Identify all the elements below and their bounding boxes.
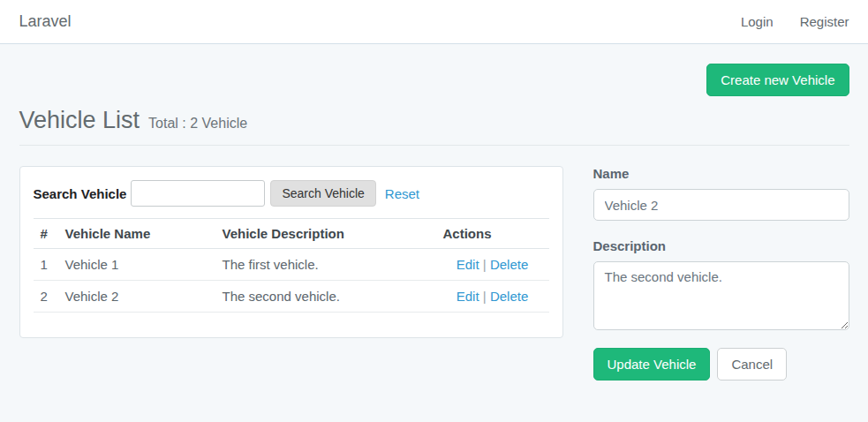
page-heading: Vehicle List Total : 2 Vehicle bbox=[19, 107, 849, 134]
total-count-text: Total : 2 Vehicle bbox=[148, 116, 247, 132]
action-separator: | bbox=[483, 289, 487, 304]
nav-links: Login Register bbox=[741, 14, 849, 29]
update-vehicle-button[interactable]: Update Vehicle bbox=[593, 348, 711, 381]
search-form: Search Vehicle Search Vehicle Reset bbox=[34, 180, 549, 207]
delete-link[interactable]: Delete bbox=[490, 289, 528, 304]
row-number: 1 bbox=[34, 249, 58, 281]
header-number: # bbox=[34, 219, 58, 249]
create-vehicle-button[interactable]: Create new Vehicle bbox=[706, 64, 849, 96]
search-label: Search Vehicle bbox=[34, 186, 127, 201]
nav-login-link[interactable]: Login bbox=[741, 14, 774, 29]
form-buttons: Update Vehicle Cancel bbox=[593, 348, 849, 381]
description-label: Description bbox=[593, 238, 849, 253]
delete-link[interactable]: Delete bbox=[490, 257, 528, 272]
edit-link[interactable]: Edit bbox=[457, 257, 479, 272]
vehicle-name-cell: Vehicle 1 bbox=[58, 249, 215, 281]
nav-register-link[interactable]: Register bbox=[800, 14, 849, 29]
vehicle-edit-form: Name Description The second vehicle. Upd… bbox=[593, 166, 849, 381]
reset-link[interactable]: Reset bbox=[385, 186, 419, 201]
create-button-row: Create new Vehicle bbox=[19, 64, 849, 96]
name-field[interactable] bbox=[593, 189, 849, 221]
header-actions: Actions bbox=[436, 219, 549, 249]
heading-divider bbox=[19, 145, 849, 146]
vehicle-table: # Vehicle Name Vehicle Description Actio… bbox=[34, 218, 549, 313]
vehicle-list-panel: Search Vehicle Search Vehicle Reset # Ve… bbox=[19, 166, 563, 338]
header-vehicle-name: Vehicle Name bbox=[58, 219, 215, 249]
table-header-row: # Vehicle Name Vehicle Description Actio… bbox=[34, 219, 549, 249]
actions-cell: Edit | Delete bbox=[436, 281, 549, 313]
vehicle-description-cell: The first vehicle. bbox=[215, 249, 436, 281]
search-button[interactable]: Search Vehicle bbox=[270, 180, 375, 207]
header-vehicle-description: Vehicle Description bbox=[215, 219, 436, 249]
main-content: Create new Vehicle Vehicle List Total : … bbox=[19, 64, 849, 381]
page-title: Vehicle List bbox=[19, 107, 140, 134]
table-row: 1 Vehicle 1 The first vehicle. Edit | De… bbox=[34, 249, 549, 281]
edit-link[interactable]: Edit bbox=[457, 289, 479, 304]
name-label: Name bbox=[593, 166, 849, 181]
brand-link[interactable]: Laravel bbox=[19, 12, 72, 31]
description-field[interactable]: The second vehicle. bbox=[593, 261, 849, 330]
action-separator: | bbox=[483, 257, 487, 272]
actions-cell: Edit | Delete bbox=[436, 249, 549, 281]
vehicle-description-cell: The second vehicle. bbox=[215, 281, 436, 313]
table-row: 2 Vehicle 2 The second vehicle. Edit | D… bbox=[34, 281, 549, 313]
search-input[interactable] bbox=[131, 180, 265, 207]
vehicle-name-cell: Vehicle 2 bbox=[58, 281, 215, 313]
row-number: 2 bbox=[34, 281, 58, 313]
navbar: Laravel Login Register bbox=[0, 0, 868, 44]
cancel-button[interactable]: Cancel bbox=[717, 348, 787, 381]
